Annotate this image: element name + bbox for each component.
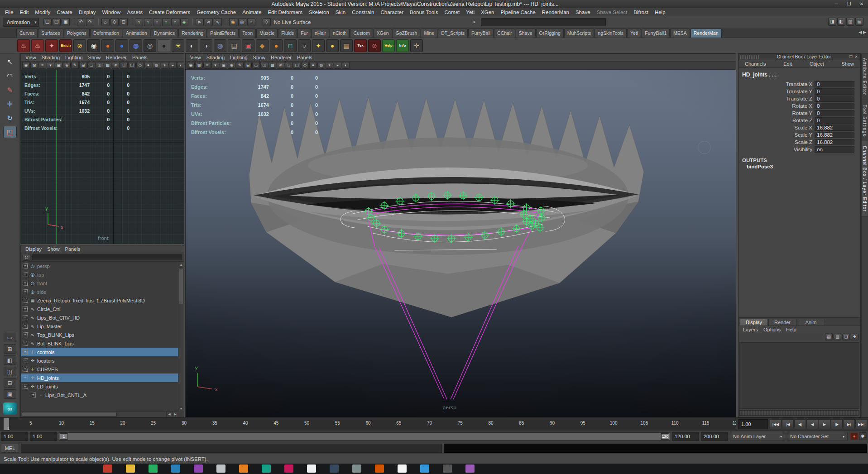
input-mode-icon[interactable]: ▸ — [474, 19, 476, 24]
outliner-vertical-scrollbar[interactable]: ▲ ▼ — [178, 262, 184, 411]
snap-to-grid-icon[interactable]: ∩ — [135, 18, 143, 26]
menu-item[interactable]: Create — [53, 10, 76, 15]
channel-value-field[interactable]: 0 — [815, 103, 854, 109]
menu-item[interactable]: XGen — [478, 10, 497, 15]
shelf-tab[interactable]: Surfaces — [38, 29, 63, 38]
lock-camera-icon[interactable]: ⊠ — [195, 62, 203, 69]
textured-icon[interactable]: ◍ — [153, 62, 160, 69]
field-chart-icon[interactable]: # — [277, 62, 284, 69]
safe-title-icon[interactable]: ▢ — [293, 62, 301, 69]
xray-icon[interactable]: ◒ — [169, 62, 177, 69]
2d-pan-zoom-icon[interactable]: ⊕ — [228, 62, 235, 69]
save-scene-icon[interactable]: ▣ — [62, 18, 70, 26]
occlusion-sphere-icon[interactable]: ◎ — [144, 39, 156, 52]
taskbar-app-13[interactable] — [375, 464, 384, 473]
grease-pencil-icon[interactable]: ✎ — [71, 62, 79, 69]
layer-editor-tab[interactable]: Render — [768, 319, 796, 326]
hammer-icon[interactable]: ✛ — [410, 39, 423, 52]
shelf-tab[interactable]: Muscle — [256, 29, 278, 38]
outliner-menu-item[interactable]: Show — [44, 246, 62, 252]
render-settings-icon[interactable]: ≡ — [247, 18, 255, 26]
undo-icon[interactable]: ↶ — [77, 18, 85, 26]
expander-icon[interactable]: + — [23, 367, 28, 372]
move-tool[interactable]: ✛ — [3, 98, 17, 110]
red-wagon-icon[interactable]: ▣ — [242, 39, 254, 52]
scroll-up-icon[interactable]: ▲ — [178, 262, 184, 267]
menu-item[interactable]: Help — [652, 10, 669, 15]
yellow-sphere-icon[interactable]: ● — [326, 39, 339, 52]
layout-single-pane-button[interactable]: ▭ — [4, 333, 16, 342]
taskbar-app-14[interactable] — [398, 464, 407, 473]
menu-item[interactable]: File — [2, 10, 17, 15]
open-scene-icon[interactable]: ❐ — [53, 18, 61, 26]
layer-editor-menu-item[interactable]: Help — [783, 327, 799, 332]
step-forward-key-button[interactable]: |▶ — [831, 419, 843, 429]
menu-item[interactable]: Bifrost — [630, 10, 652, 15]
xray-icon[interactable]: ◒ — [334, 62, 341, 69]
channel-label[interactable]: Scale Y — [739, 132, 815, 138]
striped-sphere-2-icon[interactable]: ◑ — [200, 39, 212, 52]
renderman-render-selected-icon[interactable]: ♨ — [31, 39, 44, 52]
light-bulb-icon[interactable]: ☀ — [172, 39, 184, 52]
renderman-render-icon[interactable]: ♨ — [17, 39, 30, 52]
wireframe-icon[interactable]: ◇ — [301, 62, 309, 69]
play-backwards-button[interactable]: ◀ — [806, 419, 818, 429]
shelf-tab[interactable]: Shave — [516, 29, 536, 38]
menu-item[interactable]: Edit Deformers — [264, 10, 306, 15]
command-input-field[interactable] — [21, 444, 442, 453]
expander-icon[interactable]: + — [23, 341, 28, 346]
channel-value-field[interactable]: 16.882 — [815, 139, 854, 145]
snap-to-point-icon[interactable]: ∩ — [153, 18, 161, 26]
toggle-panel-layout-icon[interactable]: ▤ — [855, 18, 863, 26]
ortho-viewport-canvas[interactable]: y x front Verts:90500Edges:174700Faces:8… — [21, 70, 184, 244]
taskbar-app-1[interactable] — [103, 464, 112, 473]
gate-mask-icon[interactable]: ▩ — [269, 62, 276, 69]
panel-menu-item[interactable]: Lighting — [62, 55, 86, 60]
shelf-tab[interactable]: MESA — [670, 29, 690, 38]
taskbar-app-7[interactable] — [239, 464, 248, 473]
panel-menu-item[interactable]: View — [23, 55, 39, 60]
expander-icon[interactable]: + — [23, 281, 28, 286]
shelf-tab[interactable]: ngSkinTools — [595, 29, 627, 38]
shelf-tab[interactable]: Animation — [123, 29, 150, 38]
shelf-tab[interactable]: OrRigging — [536, 29, 564, 38]
shelf-tab[interactable]: Polygons — [64, 29, 90, 38]
outliner-item[interactable]: + ▦ Zeena_Retopo_fixed_lips_1:ZBrushPoly… — [21, 296, 178, 305]
step-back-frame-button[interactable]: |◀ — [782, 419, 794, 429]
expander-icon[interactable]: + — [23, 350, 28, 354]
taskbar-app-2[interactable] — [126, 464, 135, 473]
shelf-tab[interactable]: RenderMan — [691, 29, 722, 38]
scroll-down-icon[interactable]: ▼ — [178, 406, 184, 411]
snap-to-curve-icon[interactable]: ∩ — [144, 18, 152, 26]
menu-item[interactable]: Shave Select — [594, 10, 631, 15]
shelf-tab[interactable]: Toon — [239, 29, 256, 38]
layer-editor-tab[interactable]: Display — [740, 319, 768, 326]
shelf-tab[interactable]: PaintEffects — [207, 29, 239, 38]
current-time-field[interactable]: 1.00 — [738, 419, 768, 429]
outliner-item[interactable]: + ✛ locators — [21, 356, 178, 365]
taskbar-app-17[interactable] — [465, 464, 475, 473]
drag-handle-icon[interactable] — [740, 55, 760, 59]
shelf-tab[interactable]: nCloth — [330, 29, 350, 38]
menu-item[interactable]: Animate — [239, 10, 264, 15]
shelf-tab[interactable]: XGen — [374, 29, 392, 38]
make-live-icon[interactable]: ◈ — [180, 18, 188, 26]
taskbar-app-15[interactable] — [420, 464, 429, 473]
camera-attributes-icon[interactable]: ≡ — [203, 62, 211, 69]
channel-value-field[interactable]: 0 — [815, 96, 854, 102]
maximize-button[interactable]: ❐ — [843, 0, 855, 8]
lasso-select-tool[interactable]: ◠ — [3, 70, 17, 82]
taskbar-app-10[interactable] — [307, 464, 316, 473]
tex-node-icon[interactable]: Tex — [354, 39, 367, 52]
channel-box-menu-item[interactable]: Edit — [781, 61, 795, 67]
key-light-icon[interactable]: ✦ — [312, 39, 325, 52]
frame-ruler[interactable]: 5101520253035404550556065707580859095100… — [0, 418, 736, 431]
channel-label[interactable]: Visibility — [739, 147, 815, 152]
channel-box-header[interactable]: Channel Box / Layer Editor ❐ ✕ — [739, 54, 860, 60]
channel-value-field[interactable]: 0 — [815, 81, 854, 87]
render-globals-icon[interactable]: ⊘ — [73, 39, 86, 52]
layer-editor-menu-item[interactable]: Options — [761, 327, 783, 332]
grease-pencil-icon[interactable]: ✎ — [236, 62, 244, 69]
lock-camera-icon[interactable]: ⊠ — [30, 62, 38, 69]
expander-icon[interactable]: + — [23, 263, 28, 268]
